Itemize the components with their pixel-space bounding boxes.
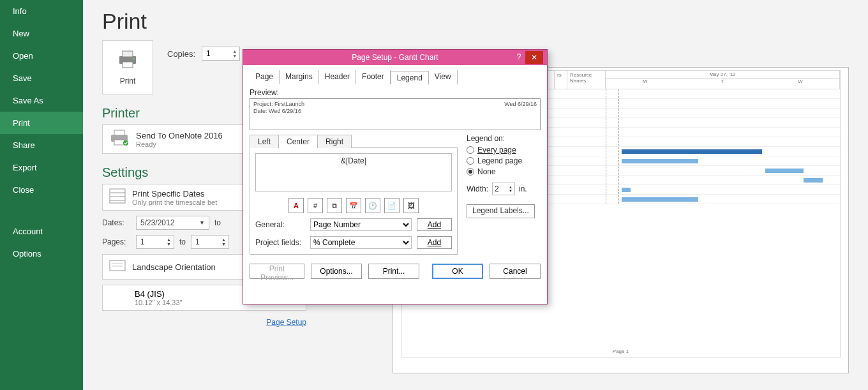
tab-footer[interactable]: Footer xyxy=(356,70,391,84)
printer-ready-icon xyxy=(109,129,130,149)
preview-label: Preview: xyxy=(250,88,541,97)
sidebar-item-options[interactable]: Options xyxy=(0,243,83,265)
width-label: Width: xyxy=(467,184,488,193)
ok-button[interactable]: OK xyxy=(432,264,483,279)
dialog-title: Page Setup - Gantt Chart xyxy=(352,53,438,62)
tab-view[interactable]: View xyxy=(429,70,458,84)
dates-icon xyxy=(109,188,126,206)
orientation-value: Landscape Orientation xyxy=(132,262,216,272)
page-setup-dialog: Page Setup - Gantt Chart ? ✕ Page Margin… xyxy=(243,49,548,304)
sidebar-item-close[interactable]: Close xyxy=(0,179,83,201)
page-to-spinner[interactable]: 1▲▼ xyxy=(191,235,229,249)
sidebar-item-open[interactable]: Open xyxy=(0,45,83,67)
insert-time-icon[interactable]: 🕐 xyxy=(365,198,380,213)
insert-date-icon[interactable]: 📅 xyxy=(346,198,361,213)
add-project-button[interactable]: Add xyxy=(417,236,452,249)
copies-value: 1 xyxy=(206,49,211,58)
page-setup-link[interactable]: Page Setup xyxy=(266,318,306,327)
sidebar-item-saveas[interactable]: Save As xyxy=(0,89,83,112)
radio-every-page[interactable]: Every page xyxy=(467,146,537,154)
width-value: 2 xyxy=(495,184,499,193)
preview-line2: Date: Wed 6/29/16 xyxy=(253,108,301,114)
dates-label: Dates: xyxy=(102,218,131,227)
printer-status: Ready xyxy=(136,140,223,148)
preview-line1: Project: FirstLaunch xyxy=(253,101,304,107)
dialog-tabs: Page Margins Header Footer Legend View xyxy=(250,70,541,84)
sidebar-item-share[interactable]: Share xyxy=(0,134,83,156)
dialog-titlebar[interactable]: Page Setup - Gantt Chart ? ✕ xyxy=(243,50,547,65)
pages-to-label: to xyxy=(179,237,186,246)
add-general-button[interactable]: Add xyxy=(417,218,452,231)
cancel-button[interactable]: Cancel xyxy=(490,264,541,279)
preview-col-rs: rs xyxy=(555,71,567,89)
align-tab-left[interactable]: Left xyxy=(250,135,279,148)
svg-rect-12 xyxy=(110,260,125,271)
tab-legend[interactable]: Legend xyxy=(391,71,429,85)
width-spinner[interactable]: 2▲▼ xyxy=(492,183,515,195)
page-title: Print xyxy=(102,9,849,34)
radio-none[interactable]: None xyxy=(467,167,537,176)
legend-text-input[interactable]: &[Date] xyxy=(255,153,452,191)
radio-icon xyxy=(467,168,474,176)
print-button-label: Print xyxy=(120,77,136,86)
align-tab-center[interactable]: Center xyxy=(278,135,318,148)
insert-picture-icon[interactable]: 🖼 xyxy=(403,198,419,213)
tab-page[interactable]: Page xyxy=(250,70,280,84)
preview-day-t: T xyxy=(684,79,761,84)
print-preview-button: Print Preview... xyxy=(250,264,304,279)
dialog-print-button[interactable]: Print... xyxy=(368,264,419,279)
preview-day-w: W xyxy=(761,79,839,84)
spinner-arrows-icon[interactable]: ▲▼ xyxy=(509,185,513,193)
sidebar-item-export[interactable]: Export xyxy=(0,156,83,179)
sidebar-item-save[interactable]: Save xyxy=(0,67,83,89)
options-button[interactable]: Options... xyxy=(311,264,362,279)
preview-timescale: May 27, '12 xyxy=(606,71,839,79)
radio-icon xyxy=(467,146,474,154)
format-font-icon[interactable]: A xyxy=(288,198,304,213)
width-unit: in. xyxy=(519,184,527,193)
copies-spinner[interactable]: 1 ▲▼ xyxy=(202,47,240,61)
radio-legend-page[interactable]: Legend page xyxy=(467,156,537,165)
insert-total-pages-icon[interactable]: ⧉ xyxy=(327,198,342,213)
preview-day-m: M xyxy=(606,79,684,84)
sidebar-item-account[interactable]: Account xyxy=(0,220,83,243)
sidebar-item-new[interactable]: New xyxy=(0,22,83,45)
legend-preview-box: Wed 6/29/16 Project: FirstLaunch Date: W… xyxy=(250,98,541,130)
page-from-spinner[interactable]: 1▲▼ xyxy=(136,235,174,249)
general-select[interactable]: Page Number xyxy=(310,218,412,231)
print-range-sub: Only print the timescale bet xyxy=(132,199,217,206)
insert-page-number-icon[interactable]: # xyxy=(308,198,323,213)
tab-header[interactable]: Header xyxy=(319,70,356,84)
legend-labels-button[interactable]: Legend Labels... xyxy=(467,204,535,218)
sidebar-item-print[interactable]: Print xyxy=(0,112,83,134)
svg-rect-2 xyxy=(123,62,133,68)
alignment-tabs: Left Center Right xyxy=(250,134,458,148)
svg-point-3 xyxy=(133,57,135,59)
radio-legend-label: Legend page xyxy=(477,156,522,165)
close-icon[interactable]: ✕ xyxy=(525,51,543,64)
project-fields-select[interactable]: % Complete xyxy=(310,236,412,249)
spinner-arrows-icon[interactable]: ▲▼ xyxy=(232,49,237,58)
orientation-icon xyxy=(109,259,126,275)
radio-none-label: None xyxy=(477,167,496,176)
print-range-title: Print Specific Dates xyxy=(132,189,217,199)
align-tab-right[interactable]: Right xyxy=(317,135,352,148)
svg-rect-5 xyxy=(114,130,124,135)
page-from-value: 1 xyxy=(140,237,145,246)
sidebar-item-info[interactable]: Info xyxy=(0,0,83,22)
spinner-arrows-icon[interactable]: ▲▼ xyxy=(221,237,226,246)
svg-rect-8 xyxy=(110,189,125,203)
tab-margins[interactable]: Margins xyxy=(280,70,319,84)
spinner-arrows-icon[interactable]: ▲▼ xyxy=(167,237,171,246)
svg-rect-1 xyxy=(123,51,133,57)
svg-rect-6 xyxy=(114,140,124,145)
printer-icon xyxy=(117,50,138,71)
preview-page-number: Page 1 xyxy=(401,349,840,354)
insert-filename-icon[interactable]: 📄 xyxy=(384,198,400,213)
print-button[interactable]: Print xyxy=(102,40,153,94)
date-from-combo[interactable]: 5/23/2012▼ xyxy=(136,216,209,230)
help-icon[interactable]: ? xyxy=(513,52,525,63)
backstage-sidebar: Info New Open Save Save As Print Share E… xyxy=(0,0,83,390)
general-label: General: xyxy=(255,220,305,229)
legend-on-label: Legend on: xyxy=(467,134,537,143)
